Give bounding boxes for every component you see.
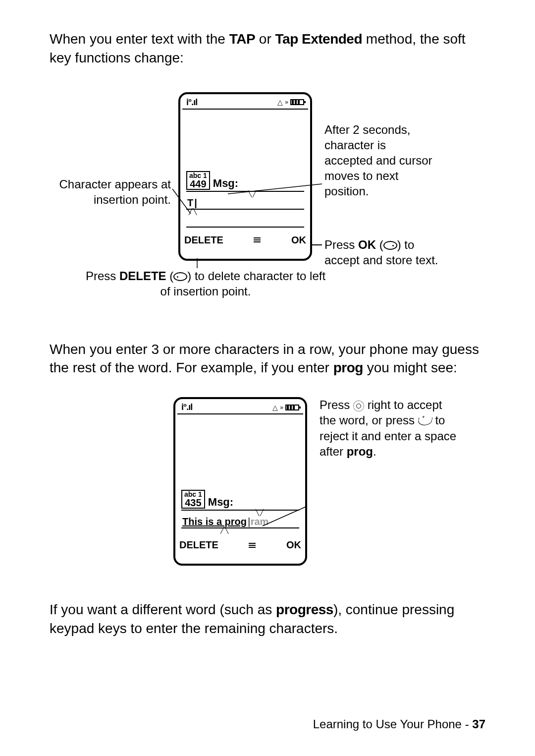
suggested-text: ram (251, 516, 269, 527)
text-mode-box: abc 1 449 (186, 171, 210, 190)
text-input-line-2[interactable] (186, 215, 304, 228)
status-right: △ » (277, 98, 304, 106)
char-count: 449 (189, 179, 207, 189)
text: Press (320, 398, 353, 411)
text-mode-box: abc 1 435 (181, 490, 205, 509)
softkey-row: DELETE OK (175, 535, 305, 553)
delete-label: DELETE (119, 269, 166, 283)
status-bar: i°.ıl △ » (177, 400, 303, 414)
callout-press-ok: Press OK () to accept and store text. (324, 237, 448, 268)
sound-icon: » (280, 404, 283, 411)
diagram-2: i°.ıl △ » abc 1 435 Msg: ╲╱ This is a pr… (50, 392, 490, 581)
caret-down-icon: ╲╱ (200, 192, 305, 196)
callout-char-appears: Character appears at insertion point. (45, 176, 171, 207)
text: or (255, 31, 275, 47)
prog-label: prog (347, 445, 373, 458)
text: you might see: (363, 360, 457, 375)
phone-screen-2: i°.ıl △ » abc 1 435 Msg: ╲╱ This is a pr… (173, 397, 307, 566)
nav-right-icon (383, 241, 397, 250)
text: ( (166, 269, 174, 283)
prog-label: prog (333, 360, 363, 375)
delete-softkey[interactable]: DELETE (184, 234, 223, 246)
progress-label: progress (276, 602, 333, 617)
text: Press (324, 238, 358, 251)
battery-icon (290, 99, 304, 105)
caret-down-icon: ╲╱ (220, 511, 300, 515)
section-title: Learning to Use Your Phone - (313, 717, 473, 731)
text: ( (376, 238, 383, 251)
signal-icon: i°.ıl (186, 97, 197, 108)
text: . (373, 445, 376, 458)
cursor: | (193, 197, 197, 209)
ok-softkey[interactable]: OK (291, 234, 306, 246)
mode-label: abc 1 (184, 491, 202, 498)
outro-paragraph: If you want a different word (such as pr… (50, 600, 490, 638)
typed-text: This is a prog (181, 516, 247, 527)
typed-text: T (186, 197, 193, 209)
intro-paragraph-1: When you enter text with the TAP or Tap … (50, 30, 490, 67)
star-key-icon (417, 417, 432, 425)
page-footer: Learning to Use Your Phone - 37 (313, 717, 485, 731)
menu-icon[interactable] (249, 542, 256, 549)
nav-left-icon (173, 272, 187, 281)
softkey-row: DELETE OK (180, 231, 310, 248)
text-input-line[interactable]: T| (186, 197, 304, 210)
char-count: 435 (184, 498, 202, 508)
ok-softkey[interactable]: OK (286, 539, 301, 551)
bell-icon: △ (272, 404, 278, 411)
nav-center-icon (353, 401, 364, 411)
callout-after-2-seconds: After 2 seconds, character is accepted a… (324, 122, 433, 199)
message-header-line: abc 1 435 Msg: (181, 490, 299, 511)
caret-up-icon: ╱╲ (188, 210, 198, 214)
mode-label: abc 1 (189, 172, 207, 179)
intro-paragraph-2: When you enter 3 or more characters in a… (50, 340, 490, 378)
cursor: | (247, 516, 251, 527)
text-input-line[interactable]: This is a prog| ram (181, 516, 299, 528)
battery-icon (285, 405, 299, 410)
callout-press-right: Press right to accept the word, or press… (320, 397, 458, 459)
menu-icon[interactable] (254, 236, 261, 243)
msg-label: Msg: (208, 496, 233, 509)
phone-screen-1: i°.ıl △ » abc 1 449 Msg: ╲╱ T| ╱╲ (178, 92, 312, 261)
status-right: △ » (272, 404, 299, 411)
page-number: 37 (472, 717, 485, 731)
status-bar: i°.ıl △ » (182, 95, 308, 110)
delete-softkey[interactable]: DELETE (179, 539, 218, 551)
callout-press-delete: Press DELETE () to delete character to l… (84, 268, 327, 299)
text: If you want a different word (such as (50, 602, 276, 617)
diagram-1: i°.ıl △ » abc 1 449 Msg: ╲╱ T| ╱╲ (50, 87, 490, 315)
text: When you enter text with the (50, 31, 229, 47)
text: After 2 seconds, character is accepted a… (324, 123, 432, 198)
text: Character appears at insertion point. (59, 177, 171, 206)
msg-label: Msg: (213, 177, 238, 190)
signal-icon: i°.ıl (181, 402, 192, 412)
caret-up-icon: ╱╲ (220, 528, 230, 532)
tap-extended-label: Tap Extended (275, 31, 363, 47)
message-header-line: abc 1 449 Msg: (186, 171, 304, 192)
tap-label: TAP (229, 31, 255, 47)
bell-icon: △ (277, 98, 283, 106)
sound-icon: » (285, 99, 288, 106)
ok-label: OK (358, 238, 376, 251)
text: Press (86, 269, 119, 283)
